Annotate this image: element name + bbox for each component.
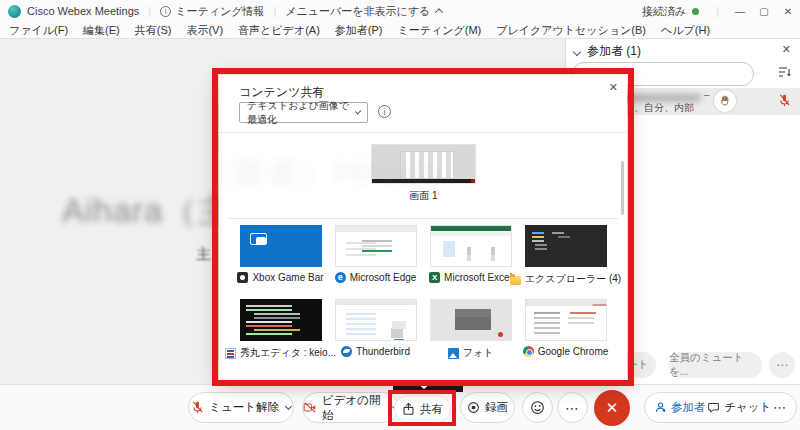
optimize-dropdown[interactable]: テキストおよび画像で最適化 <box>239 102 368 123</box>
app-label: Microsoft Excel <box>444 272 512 283</box>
screen1-label: 画面 1 <box>409 189 437 203</box>
app-label: 秀丸エディタ : keio... <box>240 346 336 360</box>
photos-icon <box>448 348 459 359</box>
share-source-thunderbird[interactable]: Thunderbird <box>328 299 423 360</box>
connected-dot-icon <box>692 8 699 15</box>
share-source-chrome[interactable]: Google Chrome <box>518 299 613 360</box>
record-label: 録画 <box>485 400 508 415</box>
close-panel-button[interactable]: ✕ <box>782 43 791 56</box>
participant-dash: – <box>704 89 710 100</box>
share-source-excel[interactable]: XMicrosoft Excel <box>423 225 518 286</box>
hidemaru-editor-icon <box>225 348 236 359</box>
webex-logo-icon <box>8 5 21 18</box>
share-label: 共有 <box>420 402 443 417</box>
app-label: Thunderbird <box>356 346 410 357</box>
start-video-label: ビデオの開始 <box>322 393 387 423</box>
content-share-dialog: コンテンツ共有 ✕ テキストおよび画像で最適化 i 画面 1 Xbox Game… <box>219 75 627 380</box>
menu-bar: ファイル(F) 編集(E) 共有(S) 表示(V) 音声とビデオ(A) 参加者(… <box>0 22 800 39</box>
participants-toggle-label: 参加者 <box>671 400 706 415</box>
share-button[interactable]: 共有 <box>394 395 451 423</box>
titlebar-separator: | <box>716 5 719 17</box>
menu-participants[interactable]: 参加者(P) <box>335 23 383 38</box>
dialog-divider <box>219 132 627 133</box>
maximize-button[interactable]: ▢ <box>752 6 776 17</box>
screen1-thumbnail[interactable] <box>371 144 476 184</box>
dialog-scrollbar[interactable] <box>621 161 624 215</box>
sort-participants-icon[interactable] <box>778 66 792 78</box>
app-label: エクスプローラー (4) <box>525 272 621 286</box>
panel-toggle-group: 参加者 チャット ⋯ <box>644 392 797 423</box>
titlebar-separator: | <box>148 5 151 17</box>
share-source-hidemaru[interactable]: 秀丸エディタ : keio... <box>233 299 328 360</box>
mute-all-button[interactable]: 全員のミュートを... <box>669 352 762 378</box>
meeting-info-button[interactable]: ミーティング情報 <box>175 4 264 19</box>
minimize-button[interactable]: — <box>728 6 752 17</box>
share-icon <box>402 402 415 416</box>
menu-share[interactable]: 共有(S) <box>135 23 172 38</box>
app-label: Microsoft Edge <box>350 272 417 283</box>
share-source-explorer[interactable]: エクスプローラー (4) <box>518 225 613 286</box>
share-source-photos[interactable]: フォト <box>423 299 518 360</box>
xbox-game-bar-icon <box>237 272 248 283</box>
edge-icon: e <box>335 272 346 283</box>
more-options-button[interactable]: ⋯ <box>557 392 588 423</box>
chevron-up-icon[interactable] <box>435 8 443 16</box>
xbox-thumbnail[interactable] <box>240 225 322 267</box>
hidemaru-thumbnail[interactable] <box>240 299 322 341</box>
menu-file[interactable]: ファイル(F) <box>9 23 68 38</box>
share-source-xbox[interactable]: Xbox Game Bar <box>233 225 328 286</box>
app-label: Xbox Game Bar <box>252 272 323 283</box>
folder-icon <box>510 276 521 285</box>
mic-muted-icon <box>778 93 791 108</box>
app-label: Google Chrome <box>538 346 609 357</box>
chat-toggle-button[interactable]: チャット <box>707 400 771 415</box>
record-icon <box>467 401 480 414</box>
raise-hand-button[interactable] <box>714 90 736 112</box>
menu-edit[interactable]: 編集(E) <box>83 23 120 38</box>
dialog-divider <box>228 218 618 219</box>
excel-thumbnail[interactable] <box>430 225 512 267</box>
close-dialog-button[interactable]: ✕ <box>609 81 618 94</box>
chevron-down-icon[interactable] <box>285 403 292 410</box>
share-source-edge[interactable]: eMicrosoft Edge <box>328 225 423 286</box>
leave-meeting-button[interactable]: ✕ <box>594 390 630 426</box>
participants-panel-title: 参加者 (1) <box>587 43 641 60</box>
chat-icon <box>707 401 720 414</box>
menu-meeting[interactable]: ミーティング(M) <box>397 23 481 38</box>
unmute-button[interactable]: ミュート解除 <box>188 392 294 423</box>
start-video-button[interactable]: ビデオの開始 <box>302 392 399 423</box>
hand-icon <box>720 95 731 107</box>
window-title: Cisco Webex Meetings <box>27 5 139 17</box>
menu-breakout[interactable]: ブレイクアウトセッション(B) <box>496 23 646 38</box>
webex-window: { "titlebar": { "brand": "Cisco Webex Me… <box>0 0 800 430</box>
chat-toggle-label: チャット <box>724 400 771 415</box>
video-muted-icon <box>303 401 317 414</box>
participant-meta: 、自分、内部 <box>634 101 694 115</box>
menu-view[interactable]: 表示(V) <box>186 23 223 38</box>
app-label: フォト <box>463 346 494 360</box>
thunderbird-icon <box>341 346 352 357</box>
panel-more-button[interactable]: ⋯ <box>769 352 795 378</box>
participants-toggle-button[interactable]: 参加者 <box>654 400 706 415</box>
chevron-down-icon[interactable] <box>573 47 581 55</box>
chrome-thumbnail[interactable] <box>525 299 607 341</box>
edge-thumbnail[interactable] <box>335 225 417 267</box>
excel-icon: X <box>429 272 440 283</box>
explorer-thumbnail[interactable] <box>525 225 607 267</box>
info-icon[interactable]: i <box>378 105 391 118</box>
thunderbird-thumbnail[interactable] <box>335 299 417 341</box>
dialog-pointer <box>393 383 463 392</box>
panels-more-button[interactable]: ⋯ <box>773 400 787 415</box>
person-icon <box>654 401 667 414</box>
host-label: 主 <box>196 245 211 264</box>
record-button[interactable]: 録画 <box>460 392 515 423</box>
reactions-button[interactable] <box>522 392 553 423</box>
chrome-icon <box>523 346 534 357</box>
hide-menubar-button[interactable]: メニューバーを非表示にする <box>285 4 430 19</box>
close-window-button[interactable]: ✕ <box>776 6 800 17</box>
menu-help[interactable]: ヘルプ(H) <box>661 23 710 38</box>
share-source-screen1[interactable]: 画面 1 <box>371 144 476 203</box>
menu-audio-video[interactable]: 音声とビデオ(A) <box>238 23 320 38</box>
connection-status: 接続済み <box>642 4 686 19</box>
photos-thumbnail[interactable] <box>430 299 512 341</box>
